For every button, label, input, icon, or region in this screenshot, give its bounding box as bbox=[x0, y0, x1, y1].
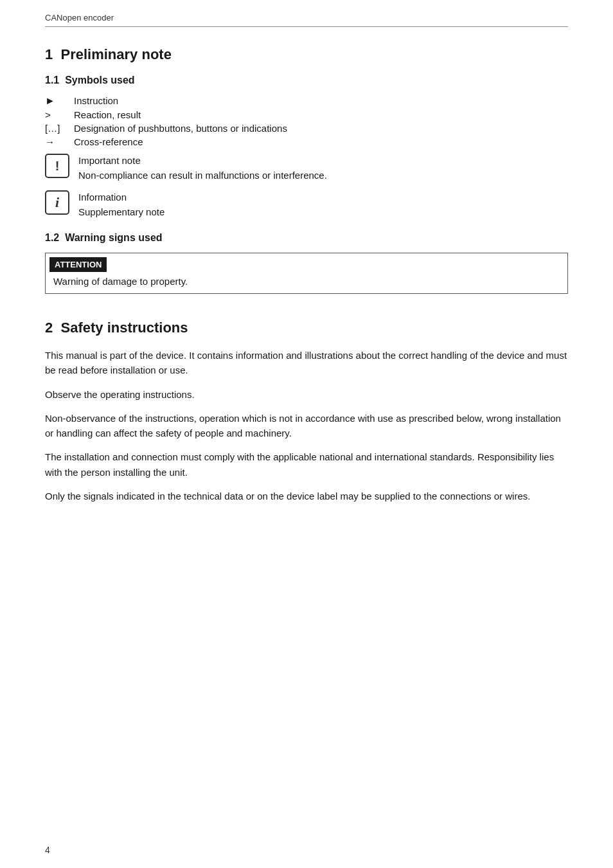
list-item: […] Designation of pushbuttons, buttons … bbox=[45, 123, 568, 134]
symbol-crossref-text: Cross-reference bbox=[74, 136, 143, 147]
page-number: 4 bbox=[45, 845, 50, 855]
symbol-instruction-text: Instruction bbox=[74, 95, 118, 106]
subsection-1-1-title: 1.1 Symbols used bbox=[45, 75, 568, 86]
list-item: → Cross-reference bbox=[45, 136, 568, 147]
section-1-title: 1 Preliminary note bbox=[45, 46, 568, 63]
header-title: CANopen encoder bbox=[45, 13, 114, 23]
exclamation-icon: ! bbox=[45, 154, 69, 178]
symbols-list: ► Instruction > Reaction, result […] Des… bbox=[45, 95, 568, 147]
subsection-1-2-title: 1.2 Warning signs used bbox=[45, 232, 568, 244]
symbol-designation-text: Designation of pushbuttons, buttons or i… bbox=[74, 123, 287, 134]
symbol-designation: […] bbox=[45, 123, 74, 134]
attention-body: Warning of damage to property. bbox=[46, 272, 567, 293]
important-note-text: Important note Non-compliance can result… bbox=[78, 154, 327, 183]
section-1: 1 Preliminary note 1.1 Symbols used ► In… bbox=[45, 46, 568, 294]
subsection-1-2: 1.2 Warning signs used ATTENTION Warning… bbox=[45, 232, 568, 294]
symbol-instruction: ► bbox=[45, 95, 74, 107]
attention-label: ATTENTION bbox=[49, 257, 107, 272]
information-box: i Information Supplementary note bbox=[45, 190, 568, 219]
list-item: ► Instruction bbox=[45, 95, 568, 107]
important-note-line2: Non-compliance can result in malfunction… bbox=[78, 168, 327, 183]
important-note-line1: Important note bbox=[78, 154, 327, 168]
symbol-crossref: → bbox=[45, 136, 74, 147]
safety-para-3: Non-observance of the instructions, oper… bbox=[45, 411, 568, 441]
information-line2: Supplementary note bbox=[78, 205, 164, 220]
attention-box: ATTENTION Warning of damage to property. bbox=[45, 253, 568, 294]
symbol-reaction-text: Reaction, result bbox=[74, 109, 141, 120]
information-line1: Information bbox=[78, 190, 164, 205]
section-2-title: 2 Safety instructions bbox=[45, 320, 568, 336]
safety-para-5: Only the signals indicated in the techni… bbox=[45, 489, 568, 503]
info-icon: i bbox=[45, 190, 69, 215]
page-container: CANopen encoder 1 Preliminary note 1.1 S… bbox=[0, 0, 613, 551]
header-bar: CANopen encoder bbox=[45, 13, 568, 27]
symbol-reaction: > bbox=[45, 109, 74, 120]
information-text: Information Supplementary note bbox=[78, 190, 164, 219]
page-footer: 4 bbox=[45, 845, 50, 855]
safety-para-1: This manual is part of the device. It co… bbox=[45, 348, 568, 378]
safety-para-2: Observe the operating instructions. bbox=[45, 387, 568, 402]
list-item: > Reaction, result bbox=[45, 109, 568, 120]
important-note-box: ! Important note Non-compliance can resu… bbox=[45, 154, 568, 183]
subsection-1-1: 1.1 Symbols used ► Instruction > Reactio… bbox=[45, 75, 568, 219]
safety-para-4: The installation and connection must com… bbox=[45, 449, 568, 480]
section-2: 2 Safety instructions This manual is par… bbox=[45, 320, 568, 503]
